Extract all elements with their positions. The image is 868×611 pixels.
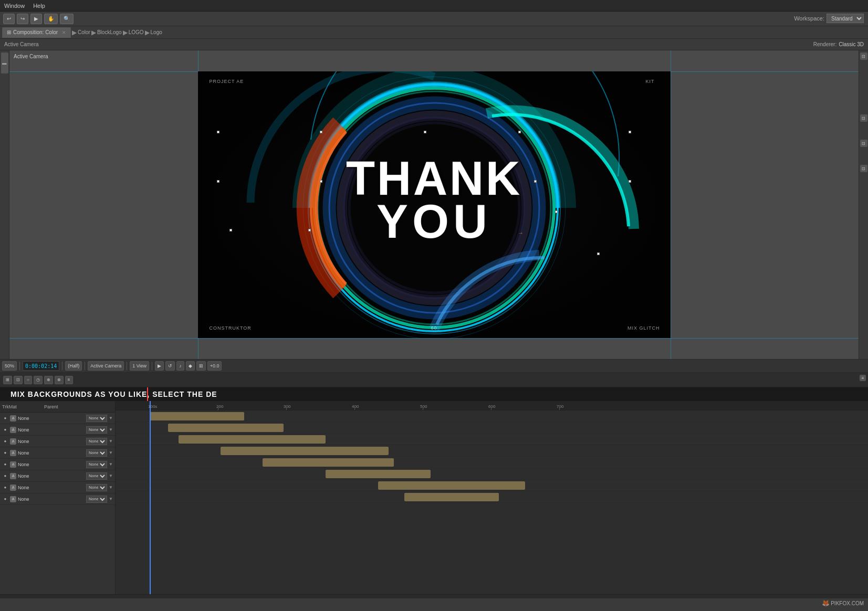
handle-mr[interactable] [534,180,537,183]
handle-bm[interactable] [308,229,311,231]
breadcrumb-color[interactable]: Color [78,29,90,35]
layer-row[interactable]: ● A None None ▼ [0,470,115,482]
loop-btn[interactable]: ↺ [165,361,175,371]
layer-parent-select-6[interactable]: None [86,472,107,480]
right-panel-btn1[interactable]: ⊡ [860,52,867,60]
layer-parent-select-2[interactable]: None [86,426,107,434]
right-panel-btn4[interactable]: ⊡ [860,165,867,172]
layer-visibility-7[interactable]: ● [2,484,8,491]
left-panel-btn1[interactable]: ▐ [1,52,8,73]
layer-visibility-5[interactable]: ● [2,461,8,468]
ruler-mark-6: 600 [488,404,495,409]
layer-arrow-8: ▼ [109,497,113,501]
layer-parent-select-4[interactable]: None [86,449,107,457]
views-btn[interactable]: 1 View [130,361,149,371]
workspace-label: Workspace: [794,15,824,22]
menu-window[interactable]: Window [4,3,25,9]
tool-hand[interactable]: ✋ [44,14,58,24]
tl-tool5[interactable]: ⊕ [44,376,53,384]
sep1 [19,362,20,370]
handle-tm[interactable] [320,131,322,133]
tool-zoom[interactable]: 🔍 [60,14,74,24]
track-clip-7[interactable] [378,481,525,490]
handle-ml[interactable] [217,180,219,183]
layer-row[interactable]: ● A None None ▼ [0,413,115,424]
playhead[interactable] [150,401,151,594]
layer-name-2: None [18,427,85,433]
ruler-tick-7 [559,406,560,410]
time-display[interactable]: 0:00:02:14 [23,361,59,371]
layer-row[interactable]: ● A None None ▼ [0,436,115,447]
layer-parent-select-3[interactable]: None [86,438,107,445]
comp-canvas-area[interactable]: Active Camera [9,50,859,359]
layer-parent-select-8[interactable]: None [86,496,107,503]
layer-parent-select-5[interactable]: None [86,461,107,468]
layer-visibility-1[interactable]: ● [2,415,8,422]
handle-mr2[interactable] [629,180,631,183]
camera-view-btn[interactable]: Active Camera [88,361,124,371]
layer-parent-select-1[interactable]: None [86,415,107,422]
comp-tab-color[interactable]: ⊞ Composition: Color ✕ [2,27,71,38]
breadcrumb-logo2[interactable]: Logo [151,29,162,35]
menu-help[interactable]: Help [33,3,45,9]
layer-visibility-3[interactable]: ● [2,438,8,445]
track-clip-5[interactable] [263,458,394,467]
workspace-select[interactable]: Standard [827,14,864,23]
offset-btn[interactable]: +0.0 [207,361,222,371]
ruler-mark-4: 400 [352,404,359,409]
track-clip-2[interactable] [168,424,284,432]
layer-visibility-2[interactable]: ● [2,427,8,433]
timeline-ruler: 100s 200 300 400 500 600 700 [116,401,868,410]
tl-tool1[interactable]: ⊞ [3,376,12,384]
tl-tool3[interactable]: ○ [24,376,32,384]
left-panel: ▐ [0,50,9,359]
right-panel-btn2[interactable]: ⊡ [860,114,867,122]
tl-tool2[interactable]: ⊡ [14,376,23,384]
handle-br-dot[interactable] [555,210,558,213]
layer-visibility-4[interactable]: ● [2,450,8,456]
zoom-control[interactable]: 50% [2,361,17,371]
tl-tool6[interactable]: ⊗ [55,376,64,384]
handle-tr[interactable] [629,131,631,133]
layer-row[interactable]: ● A None None ▼ [0,493,115,505]
view-controls-bar: Active Camera Renderer: Classic 3D [0,39,868,50]
tool-arrow[interactable]: ▶ [30,14,42,24]
right-panel-btn3[interactable]: ⊡ [860,140,867,147]
tl-tool4[interactable]: ◷ [34,376,43,384]
preview-btn[interactable]: ▶ [155,361,164,371]
handle-tm3[interactable] [518,131,521,133]
layer-visibility-6[interactable]: ● [2,473,8,479]
handle-bl-dot[interactable] [229,229,232,231]
timeline-scrollbar[interactable] [0,594,868,598]
tl-tool7[interactable]: ≡ [65,376,73,384]
undo-button[interactable]: ↩ [3,14,15,24]
breadcrumb-blocklogo[interactable]: BlockLogo [97,29,122,35]
layer-icon-1: A [10,415,16,422]
snap-btn[interactable]: ⊞ [196,361,206,371]
panel-expand-btn[interactable]: ≡ [860,375,866,381]
track-clip-8[interactable] [404,493,499,501]
layer-row[interactable]: ● A None None ▼ [0,424,115,436]
layer-visibility-8[interactable]: ● [2,496,8,502]
handle-tl[interactable] [217,131,219,133]
track-clip-4[interactable] [221,447,389,455]
markers-btn[interactable]: ◆ [186,361,195,371]
ruler-tick-6 [491,406,491,410]
comp-tab-close[interactable]: ✕ [62,30,66,35]
track-clip-3[interactable] [179,435,326,444]
layer-parent-select-7[interactable]: None [86,484,107,491]
track-clip-1[interactable] [150,412,244,420]
handle-br2[interactable] [597,252,600,255]
sep2 [62,362,62,370]
handle-ml2[interactable] [320,180,322,183]
mute-btn[interactable]: ♪ [176,361,184,371]
layer-row[interactable]: ● A None None ▼ [0,459,115,470]
layer-row[interactable]: ● A None None ▼ [0,482,115,493]
layer-row[interactable]: ● A None None ▼ [0,447,115,459]
handle-tm2[interactable] [424,131,426,133]
redo-button[interactable]: ↪ [17,14,28,24]
breadcrumb-logo[interactable]: LOGO [129,29,144,35]
comp-frame[interactable]: THANK YOU PROJECT AE KIT CONSTRUKTOR 60 … [198,71,671,338]
quality-btn[interactable]: (Half) [65,361,82,371]
track-clip-6[interactable] [326,470,431,478]
